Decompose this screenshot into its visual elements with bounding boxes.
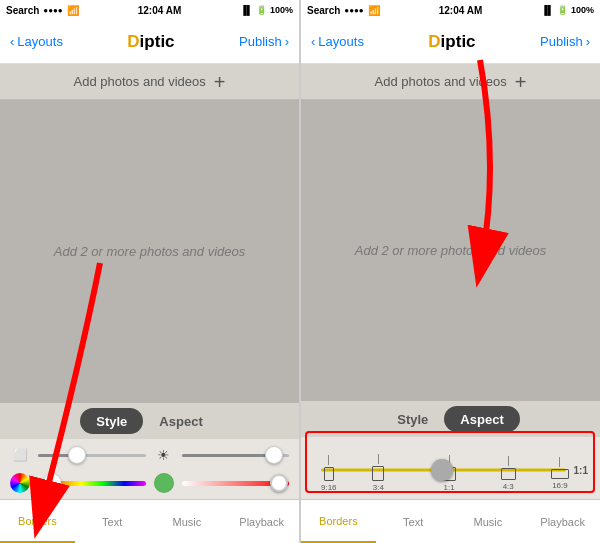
battery-icon-left: 🔋: [256, 5, 267, 15]
time-right: 12:04 AM: [439, 5, 483, 16]
ratio-4-3-icon: [501, 468, 516, 480]
ratio-4-3-label: 4:3: [503, 482, 514, 491]
tab-playback-label-left: Playback: [239, 516, 284, 528]
app-title-right: Diptic: [428, 32, 475, 52]
tab-borders-label-left: Borders: [18, 515, 57, 527]
ratio-3-4[interactable]: 3:4: [372, 448, 384, 492]
border-slider-track[interactable]: [38, 454, 146, 457]
sliders-area-left: ⬜ ☀: [0, 439, 299, 499]
ratio-16-9-icon: [551, 469, 569, 479]
border-slider-row: ⬜ ☀: [10, 445, 289, 465]
add-label-left: Add photos and videos: [74, 74, 206, 89]
status-bar-right: Search ●●●● 📶 12:04 AM ▐▌ 🔋 100%: [301, 0, 600, 20]
status-right-right: ▐▌ 🔋 100%: [541, 5, 594, 15]
aspect-tab-right[interactable]: Aspect: [444, 406, 519, 432]
back-button-left[interactable]: ‹ Layouts: [10, 34, 63, 49]
status-bar-left: Search ●●●● 📶 12:04 AM ▐▌ 🔋 100%: [0, 0, 299, 20]
tab-bar-right: Borders Text Music Playback: [301, 499, 600, 543]
ratio-4-3-line: [508, 456, 509, 466]
publish-button-right[interactable]: Publish ›: [540, 34, 590, 49]
tab-music-right[interactable]: Music: [451, 500, 526, 543]
ratio-3-4-label: 3:4: [373, 483, 384, 492]
ratio-4-3[interactable]: 4:3: [501, 450, 516, 491]
green-circle-icon: [154, 473, 174, 493]
color-slider-track[interactable]: [38, 481, 146, 486]
border-icon: ⬜: [10, 448, 30, 462]
style-aspect-bar-left: Style Aspect: [0, 403, 299, 439]
current-ratio-label: 1:1: [574, 465, 588, 476]
color-slider-row: [10, 473, 289, 493]
tab-bar-left: Borders Text Music Playback: [0, 499, 299, 543]
wifi-icon-left: 📶: [67, 5, 79, 16]
tab-playback-label-right: Playback: [540, 516, 585, 528]
battery-pct-left: 100%: [270, 5, 293, 15]
carrier-right: Search: [307, 5, 340, 16]
style-tab-left[interactable]: Style: [80, 408, 143, 434]
right-panel: Search ●●●● 📶 12:04 AM ▐▌ 🔋 100% ‹ Layou…: [300, 0, 600, 543]
diptic-text-left: iptic: [140, 32, 175, 51]
add-bar-left[interactable]: Add photos and videos +: [0, 64, 299, 100]
battery-icon-right: 🔋: [557, 5, 568, 15]
signal-dots-left: ●●●●: [43, 6, 62, 15]
diptic-text-right: iptic: [441, 32, 476, 51]
add-bar-right[interactable]: Add photos and videos +: [301, 64, 600, 100]
back-label-right: Layouts: [318, 34, 364, 49]
app-title-left: Diptic: [127, 32, 174, 52]
color-wheel-icon: [10, 473, 30, 493]
tab-text-label-right: Text: [403, 516, 423, 528]
aspect-slider-area[interactable]: 9:16 3:4 1:1: [301, 437, 600, 499]
status-left-right: Search ●●●● 📶: [307, 5, 380, 16]
signal-dots-right: ●●●●: [344, 6, 363, 15]
ratio-9-16[interactable]: 9:16: [321, 449, 337, 492]
publish-label-left: Publish: [239, 34, 282, 49]
ratio-3-4-line: [378, 454, 379, 464]
status-right-left: ▐▌ 🔋 100%: [240, 5, 293, 15]
back-button-right[interactable]: ‹ Layouts: [311, 34, 364, 49]
canvas-placeholder-left: Add 2 or more photos and videos: [54, 244, 246, 259]
ratio-1-1-label: 1:1: [444, 483, 455, 492]
carrier-left: Search: [6, 5, 39, 16]
color-slider-track-2[interactable]: [182, 481, 290, 486]
tab-borders-label-right: Borders: [319, 515, 358, 527]
publish-chevron-right: ›: [586, 34, 590, 49]
publish-chevron-left: ›: [285, 34, 289, 49]
add-label-right: Add photos and videos: [375, 74, 507, 89]
tab-music-label-left: Music: [173, 516, 202, 528]
tab-music-left[interactable]: Music: [150, 500, 225, 543]
tab-text-left[interactable]: Text: [75, 500, 150, 543]
ratio-16-9[interactable]: 16:9: [551, 451, 569, 490]
ratio-3-4-icon: [372, 466, 384, 481]
tab-playback-right[interactable]: Playback: [525, 500, 600, 543]
ratio-9-16-icon: [324, 467, 334, 481]
tab-borders-left[interactable]: Borders: [0, 500, 75, 543]
aspect-tab-left[interactable]: Aspect: [143, 408, 218, 434]
back-chevron-left: ‹: [10, 34, 14, 49]
tab-text-right[interactable]: Text: [376, 500, 451, 543]
back-label-left: Layouts: [17, 34, 63, 49]
left-panel: Search ●●●● 📶 12:04 AM ▐▌ 🔋 100% ‹ Layou…: [0, 0, 300, 543]
diptic-icon-left: D: [127, 32, 139, 51]
brightness-slider-track[interactable]: [182, 454, 290, 457]
nav-bar-left: ‹ Layouts Diptic Publish ›: [0, 20, 299, 64]
ratio-16-9-label: 16:9: [552, 481, 568, 490]
publish-button-left[interactable]: Publish ›: [239, 34, 289, 49]
add-plus-left[interactable]: +: [214, 72, 226, 92]
aspect-thumb[interactable]: [431, 459, 453, 481]
signal-bars-left: ▐▌: [240, 5, 253, 15]
brightness-icon-left: ☀: [154, 447, 174, 463]
signal-bars-right: ▐▌: [541, 5, 554, 15]
wifi-icon-right: 📶: [368, 5, 380, 16]
publish-label-right: Publish: [540, 34, 583, 49]
canvas-left: Add 2 or more photos and videos: [0, 100, 299, 403]
ratio-16-9-line: [559, 457, 560, 467]
time-left: 12:04 AM: [138, 5, 182, 16]
tab-borders-right[interactable]: Borders: [301, 500, 376, 543]
tab-text-label-left: Text: [102, 516, 122, 528]
style-aspect-bar-right: Style Aspect: [301, 401, 600, 437]
tab-playback-left[interactable]: Playback: [224, 500, 299, 543]
nav-bar-right: ‹ Layouts Diptic Publish ›: [301, 20, 600, 64]
add-plus-right[interactable]: +: [515, 72, 527, 92]
ratio-9-16-label: 9:16: [321, 483, 337, 492]
aspect-track-container: 9:16 3:4 1:1: [311, 445, 590, 495]
style-tab-right[interactable]: Style: [381, 406, 444, 432]
